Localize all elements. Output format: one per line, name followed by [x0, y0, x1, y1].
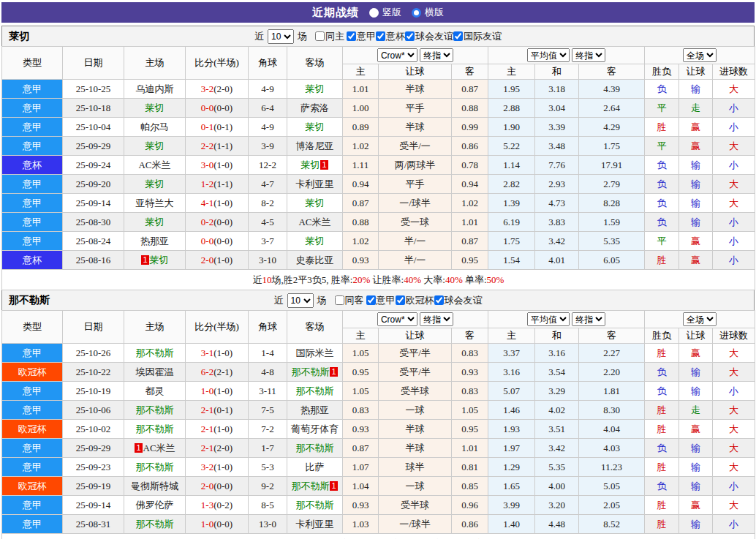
home-team-cell: 莱切 [124, 99, 186, 118]
match-date-cell: 25-09-23 [63, 458, 124, 477]
competition-checkbox[interactable] [366, 295, 376, 305]
result-cell: 负 [645, 477, 679, 496]
fulltime-select[interactable]: 全场 [683, 312, 717, 326]
corner-cell: 7-2 [249, 420, 287, 439]
competition-label: 球会友谊 [415, 30, 453, 43]
fulltime-score: 2-1 [201, 423, 213, 434]
same-venue-filter[interactable]: 同主 [315, 30, 344, 43]
match-date-cell: 25-10-25 [63, 80, 124, 99]
avg-time-select[interactable]: 终指 [572, 48, 605, 62]
fulltime-score: 1-0 [201, 519, 213, 529]
home-team-cell: AC米兰 [124, 156, 186, 175]
odds-home-cell: 0.93 [343, 420, 379, 439]
odds-time-select[interactable]: 终指 [420, 312, 453, 326]
layout-radio-horizontal[interactable]: 横版 [412, 6, 444, 19]
team-filter-row: 那不勒斯 近 10 场 同客 意甲欧冠杯球会友谊 [1, 290, 755, 310]
handicap-result-cell: 输 [679, 382, 713, 401]
competition-checkbox[interactable] [453, 31, 463, 41]
odds-away-cell: 0.78 [452, 156, 488, 175]
competition-filter[interactable]: 球会友谊 [405, 30, 453, 43]
competition-checkbox[interactable] [376, 31, 385, 41]
competition-filter[interactable]: 欧冠杯 [396, 294, 434, 307]
layout-radio-vertical[interactable]: 竖版 [369, 6, 401, 19]
avg-home-cell: 1.29 [488, 458, 535, 477]
team-name: 莱切 [145, 140, 165, 151]
corner-cell: 3-11 [249, 382, 287, 401]
match-count-select[interactable]: 10 [268, 29, 294, 44]
bookmaker-select[interactable]: Crow* [377, 48, 417, 62]
table-row: 意甲25-08-31那不勒斯1-0(0-0)13-0卡利亚里1.03一/球半0.… [2, 515, 755, 534]
halftime-score: (2-0) [213, 442, 233, 453]
competition-checkbox[interactable] [347, 31, 356, 41]
home-team-cell: 佛罗伦萨 [124, 496, 186, 515]
competition-filter[interactable]: 国际友谊 [453, 30, 502, 43]
bookmaker-select[interactable]: Crow* [377, 312, 417, 326]
summary-segment: 20% [352, 274, 370, 285]
competition-filter[interactable]: 意杯 [376, 30, 405, 43]
competition-label: 意甲 [357, 30, 376, 43]
away-team-cell: 卡利亚里 [287, 175, 343, 194]
same-venue-filter[interactable]: 同客 [335, 294, 364, 307]
score-cell: 1-0(0-0) [186, 515, 249, 534]
avg-select[interactable]: 平均值 [527, 48, 570, 62]
avg-group-header: 平均值 终指 [488, 311, 645, 328]
away-team-cell: AC米兰 [287, 213, 343, 232]
away-team-cell: 国际米兰 [287, 344, 343, 363]
avg-draw-cell: 4.48 [535, 515, 579, 534]
result-cell: 负 [645, 194, 679, 213]
table-header: 类型 日期 主场 比分(半场) 角球 客场 Crow* 终指 平均值 终指 [2, 311, 755, 344]
fulltime-select[interactable]: 全场 [683, 48, 717, 62]
odds-home-cell: 0.93 [343, 251, 379, 270]
competition-filter[interactable]: 意甲 [366, 294, 396, 307]
fulltime-score: 0-0 [201, 102, 213, 113]
odds-home-cell: 0.93 [343, 496, 379, 515]
competition-filter[interactable]: 意甲 [347, 30, 376, 43]
match-count-select[interactable]: 10 [287, 293, 314, 308]
avg-select[interactable]: 平均值 [527, 312, 570, 326]
col-home: 主场 [124, 311, 186, 344]
same-venue-checkbox[interactable] [335, 295, 344, 305]
team-name: 热那亚 [140, 235, 169, 246]
team-name: 那不勒斯 [136, 347, 174, 358]
competition-checkbox[interactable] [434, 295, 444, 305]
odds-time-select[interactable]: 终指 [420, 48, 453, 62]
team-name: 莱切 [300, 159, 320, 170]
team-name: 那不勒斯 [296, 500, 334, 510]
score-cell: 1-2(1-1) [186, 175, 249, 194]
match-date-cell: 25-08-31 [63, 515, 124, 534]
goals-result-cell: 大 [713, 420, 755, 439]
odds-home-cell: 1.07 [343, 458, 379, 477]
home-team-cell: 莱切 [124, 213, 186, 232]
competition-checkbox[interactable] [396, 295, 405, 305]
result-cell: 负 [645, 156, 679, 175]
team-name: 莱切 [306, 197, 325, 208]
table-body: 意甲25-10-25乌迪内斯3-2(2-0)4-9莱切1.01半球0.871.9… [2, 80, 755, 270]
competition-checkbox[interactable] [405, 31, 415, 41]
score-cell: 3-2(2-0) [186, 80, 249, 99]
match-date-cell: 25-10-19 [63, 382, 124, 401]
handicap-result-cell: 赢 [679, 420, 713, 439]
avg-time-select[interactable]: 终指 [572, 312, 605, 326]
avg-home-cell: 1.40 [488, 515, 535, 534]
competition-filter[interactable]: 球会友谊 [434, 294, 483, 307]
team-name-heading: 那不勒斯 [9, 290, 50, 310]
fulltime-score: 2-1 [201, 404, 213, 415]
odds-home-cell: 1.02 [343, 137, 379, 156]
avg-away-cell: 11.23 [579, 458, 645, 477]
same-venue-checkbox[interactable] [315, 31, 325, 41]
radio-checked-icon[interactable] [412, 8, 421, 18]
handicap-result-cell: 输 [679, 80, 713, 99]
avg-draw-cell: 4.02 [535, 401, 579, 420]
halftime-score: (0-0) [213, 519, 233, 529]
match-date-cell: 25-09-29 [63, 439, 124, 458]
halftime-score: (1-0) [213, 347, 233, 358]
col-result: 胜负 [645, 64, 679, 80]
radio-unchecked-icon[interactable] [369, 8, 379, 18]
avg-away-cell: 2.79 [579, 175, 645, 194]
match-date-cell: 25-10-02 [63, 420, 124, 439]
table-row: 意甲25-09-291AC米兰2-1(2-0)1-7那不勒斯0.87半球1.01… [2, 439, 755, 458]
col-avg-away: 客 [579, 328, 645, 344]
team-name: 卡利亚里 [296, 519, 334, 529]
score-cell: 1-3(0-2) [186, 496, 249, 515]
handicap-cell: 半/一 [379, 251, 452, 270]
